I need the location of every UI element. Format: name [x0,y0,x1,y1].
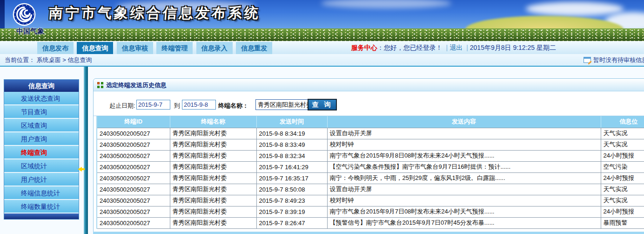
table-header-cell: 信息位 [601,116,644,128]
table-row[interactable]: 240305002005027 青秀区南阳新光村委 2015-9-8 8:34:… [97,128,644,139]
sidebar-item[interactable]: 终端查询 [4,146,79,159]
cell-send-content: 校对时钟 [327,139,601,150]
nav-tab-label: 信息重发 [241,44,267,52]
cell-send-time: 2015-9-7 16:41:29 [256,161,327,172]
service-center-line: 服务中心：您好，您已经登录！ |退出 |2015年9月8日 9:12:25 星期… [351,41,556,54]
cell-terminal-id: 240305002005027 [97,161,170,172]
nav-tab-label: 信息录入 [201,44,228,52]
cell-send-time: 2015-9-8 8:32:34 [256,150,327,161]
sidebar-item[interactable]: 终端信息统计 [4,186,79,200]
cma-logo-icon [12,2,36,27]
cell-send-time: 2015-9-7 8:50:08 [256,184,327,195]
sidebar-item-label: 发送状态查询 [21,95,60,102]
cell-info-type: 24小时预报 [601,150,644,161]
cell-info-type: 24小时预报 [601,206,644,217]
cell-send-time: 2015-9-7 16:35:17 [256,172,327,184]
cell-send-content: 设置自动开关屏 [327,184,601,195]
cell-info-type: 天气实况 [601,139,644,150]
cell-terminal-id: 240305002005027 [97,206,170,217]
main-navbar: 信息发布 信息查询 信息审核 终端管理 信息录入 信息重发 服务中心：您好，您已… [0,41,644,54]
cell-terminal-name: 青秀区南阳新光村委 [170,150,256,161]
nav-tab[interactable]: 信息审核 [117,42,153,54]
grass-decoration [0,28,644,41]
review-notice-text: 暂时没有待审核信息 [593,56,644,63]
login-greeting: ：您好，您已经登录！ [377,44,443,51]
grid-squares-icon [97,82,103,88]
section-header: 选定终端发送历史信息 [94,79,644,91]
cell-send-content: 【预警信号】南宁市气象台2015年9月7日07时45分发布暴...... [327,217,601,228]
nav-tabs: 信息发布 信息查询 信息审核 终端管理 信息录入 信息重发 [37,42,274,54]
app-window: 中国气象 南宁市气象综合信息发布系统 信息发布 信息查询 信息审核 终端管理 信… [0,0,644,234]
table-row[interactable]: 240305002005027 青秀区南阳新光村委 2015-9-7 8:26:… [97,217,644,228]
nav-tab-label: 信息审核 [122,44,148,52]
nav-tab[interactable]: 信息发布 [37,42,74,54]
sidebar-item-label: 节目查询 [21,108,47,116]
nav-tab[interactable]: 信息查询 [77,42,113,54]
table-row[interactable]: 240305002005027 青秀区南阳新光村委 2015-9-7 8:39:… [97,206,644,217]
query-form: 起止日期: 到 终端名称： 青秀区南阳新光村委 ∨ 查 询 [94,91,644,116]
logo-caption: 中国气象 [9,27,51,36]
cell-terminal-id: 240305002005027 [97,217,170,228]
sidebar-item[interactable]: 区域统计 [4,159,79,173]
table-header-cell: 发送时间 [256,116,327,128]
search-button[interactable]: 查 询 [308,99,337,110]
cell-terminal-name: 青秀区南阳新光村委 [170,139,256,150]
nav-tab[interactable]: 信息录入 [196,42,233,54]
to-label: 到 [174,102,180,110]
breadcrumb-home-link[interactable]: 系统桌面 [37,56,61,63]
cell-terminal-name: 青秀区南阳新光村委 [170,217,256,228]
table-row[interactable]: 240305002005027 青秀区南阳新光村委 2015-9-8 8:32:… [97,150,644,161]
table-row[interactable]: 240305002005027 青秀区南阳新光村委 2015-9-8 8:33:… [97,139,644,150]
terminal-select-value: 青秀区南阳新光村委 [258,100,312,110]
breadcrumb-current-link[interactable]: 信息查询 [67,56,92,63]
sidebar-item-label: 终端查询 [21,149,47,156]
table-header-cell: 终端ID [97,116,170,128]
sidebar-item[interactable]: 用户查询 [4,132,79,146]
cell-send-time: 2015-9-7 8:49:23 [256,195,327,206]
sidebar-item-label: 终端数量统计 [21,203,60,210]
cell-terminal-name: 青秀区南阳新光村委 [170,184,256,195]
sidebar-item[interactable]: 用户统计 [4,173,79,186]
cell-terminal-id: 240305002005027 [97,128,170,139]
table-header-cell: 发送内容 [327,116,601,128]
logout-link[interactable]: 退出 [449,44,463,51]
sidebar-splitter[interactable] [84,67,88,234]
table-row[interactable]: 240305002005027 青秀区南阳新光村委 2015-9-7 16:35… [97,172,644,184]
datetime-text: 2015年9月8日 9:12:25 星期二 [470,44,556,51]
cell-send-content: 校对时钟 [327,195,601,206]
nav-tab-label: 信息发布 [42,44,68,52]
nav-tab[interactable]: 信息重发 [236,42,272,54]
nav-tab[interactable]: 终端管理 [156,42,193,54]
top-banner: 中国气象 南宁市气象综合信息发布系统 [0,0,644,41]
sidebar-item-label: 区域查询 [21,122,47,129]
separator: | [466,44,468,51]
collapse-arrow-icon[interactable] [78,167,82,172]
cell-terminal-id: 240305002005027 [97,184,170,195]
main-panel: 选定终端发送历史信息 起止日期: 到 终端名称： 青秀区南阳新光村委 ∨ 查 询… [93,78,644,234]
page-title: 南宁市气象综合信息发布系统 [48,4,262,23]
cell-terminal-id: 240305002005027 [97,172,170,184]
breadcrumb: 当前位置： 系统桌面 > 信息查询 [5,54,92,66]
table-row[interactable]: 240305002005027 青秀区南阳新光村委 2015-9-7 16:41… [97,161,644,172]
sidebar-item[interactable]: 节目查询 [4,105,79,119]
cell-send-content: 南宁市气象台2015年9月7日08时发布未来24小时天气预报...... [327,206,601,217]
cell-send-content: 南宁市气象台2015年9月8日08时发布未来24小时天气预报...... [327,150,601,161]
cell-terminal-name: 青秀区南阳新光村委 [170,161,256,172]
cell-send-content: 南宁：今晚到明天，中雨，25到29度，偏东风1到2级。白露踹...... [327,172,601,184]
note-pencil-icon [584,57,591,63]
table-row[interactable]: 240305002005027 青秀区南阳新光村委 2015-9-7 8:49:… [97,195,644,206]
sidebar-item-label: 终端信息统计 [21,189,60,197]
cell-send-time: 2015-9-7 8:26:47 [256,217,327,228]
sidebar-item[interactable]: 区域查询 [4,119,79,132]
sidebar-item-label: 用户查询 [21,135,47,143]
sidebar-item[interactable]: 发送状态查询 [4,92,79,105]
date-to-input[interactable] [182,100,216,110]
nav-tab-label: 终端管理 [161,44,188,52]
cell-send-content: 【空气污染气象条件预报】南宁市气象台9月7日16时提供：预计...... [327,161,601,172]
date-from-input[interactable] [136,100,170,110]
date-range-label: 起止日期: [109,102,135,110]
sidebar-footer [4,213,79,219]
history-table: 终端ID 终端名称 发送时间 发送内容 信息位 240305002005027 [96,116,644,229]
sidebar-item[interactable]: 终端数量统计 [4,200,79,213]
table-row[interactable]: 240305002005027 青秀区南阳新光村委 2015-9-7 8:50:… [97,184,644,195]
